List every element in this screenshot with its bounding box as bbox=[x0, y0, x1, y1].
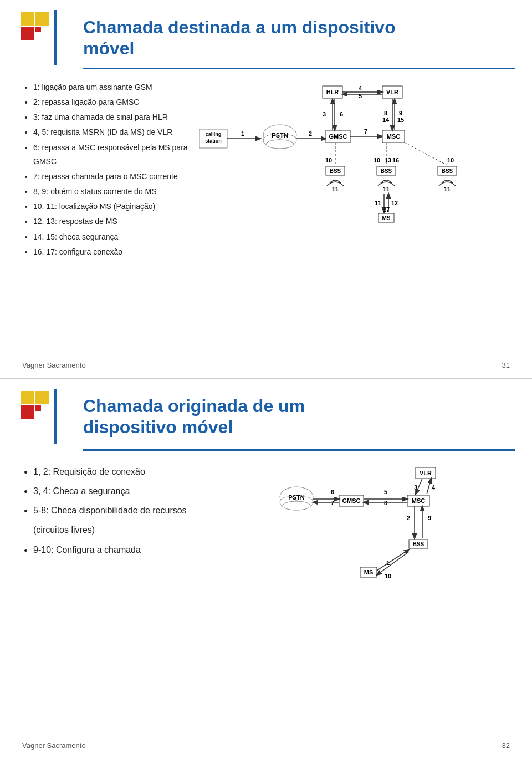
svg-text:10: 10 bbox=[385, 573, 391, 579]
slide2-bullets: 1, 2: Requisição de conexão 3, 4: Checa … bbox=[22, 462, 222, 559]
bullet-11: 16, 17: configura conexão bbox=[33, 245, 188, 259]
bullet-8: 10, 11: localização MS (Paginação) bbox=[33, 200, 188, 213]
svg-rect-66 bbox=[21, 405, 34, 419]
svg-text:MS: MS bbox=[382, 215, 391, 221]
slide1-footer-page: 31 bbox=[502, 361, 510, 369]
slide2-diagram-svg: VLR 3 4 MSC 5 8 GMSC bbox=[238, 462, 482, 617]
slide2-title-wrap: Chamada originada de um dispositivo móve… bbox=[83, 395, 510, 451]
svg-line-56 bbox=[405, 143, 447, 165]
bullet-1: 1: ligação para um assinante GSM bbox=[33, 80, 188, 94]
svg-text:8: 8 bbox=[384, 110, 387, 116]
svg-text:12: 12 bbox=[391, 200, 398, 206]
svg-text:10: 10 bbox=[325, 157, 332, 164]
slide1-footer-author: Vagner Sacramento bbox=[22, 361, 86, 369]
svg-rect-1 bbox=[35, 12, 49, 26]
svg-text:11: 11 bbox=[332, 186, 339, 192]
svg-text:VLR: VLR bbox=[420, 470, 432, 476]
svg-text:6: 6 bbox=[340, 111, 343, 118]
svg-text:station: station bbox=[205, 138, 222, 144]
slide1-title-wrap: Chamada destinada a um dispositivo móvel bbox=[83, 17, 510, 69]
slide2-content: 1, 2: Requisição de conexão 3, 4: Checa … bbox=[22, 462, 510, 617]
slide1-diagram: calling station 1 PSTN 2 GMSC bbox=[200, 80, 510, 258]
svg-text:10: 10 bbox=[447, 157, 454, 164]
svg-text:PSTN: PSTN bbox=[272, 132, 288, 139]
svg-line-102 bbox=[377, 552, 409, 575]
bullet-2: 2: repassa ligação para GMSC bbox=[33, 95, 188, 109]
svg-text:BSS: BSS bbox=[413, 541, 424, 547]
slide2-footer: Vagner Sacramento 32 bbox=[0, 741, 532, 750]
svg-text:10: 10 bbox=[374, 157, 380, 164]
slide2-diagram: VLR 3 4 MSC 5 8 GMSC bbox=[238, 462, 510, 617]
svg-text:GMSC: GMSC bbox=[342, 497, 361, 504]
bullet-9: 12, 13: respostas de MS bbox=[33, 215, 188, 228]
svg-text:MSC: MSC bbox=[412, 497, 426, 504]
svg-rect-2 bbox=[21, 27, 34, 40]
svg-text:4: 4 bbox=[432, 484, 436, 491]
svg-text:BSS: BSS bbox=[381, 168, 392, 174]
slide1-content: 1: ligação para um assinante GSM 2: repa… bbox=[22, 80, 510, 260]
svg-text:BSS: BSS bbox=[442, 168, 453, 174]
svg-point-87 bbox=[283, 501, 310, 510]
svg-text:9: 9 bbox=[399, 110, 402, 116]
slide-1: Chamada destinada a um dispositivo móvel… bbox=[0, 0, 532, 379]
slide2-title-line1: Chamada originada de um bbox=[83, 396, 305, 416]
slide1-title: Chamada destinada a um dispositivo móvel bbox=[83, 17, 510, 59]
svg-text:BSS: BSS bbox=[330, 168, 341, 174]
svg-text:11: 11 bbox=[383, 186, 390, 192]
slide2-title-line2: dispositivo móvel bbox=[83, 417, 233, 437]
slide1-title-line2: móvel bbox=[83, 38, 134, 58]
svg-text:17: 17 bbox=[383, 206, 390, 213]
svg-text:11: 11 bbox=[375, 200, 381, 206]
slide-2: Chamada originada de um dispositivo móve… bbox=[0, 379, 532, 758]
svg-rect-0 bbox=[21, 12, 34, 26]
svg-text:7: 7 bbox=[364, 128, 367, 135]
svg-text:14: 14 bbox=[382, 116, 390, 123]
bullet-3: 3: faz uma chamada de sinal para HLR bbox=[33, 110, 188, 124]
svg-text:16: 16 bbox=[392, 157, 399, 164]
slide1-title-line1: Chamada destinada a um dispositivo bbox=[83, 17, 396, 37]
bullet-5: 6: repassa a MSC responsável pela MS par… bbox=[33, 141, 188, 169]
bullet-7: 8, 9: obtém o status corrente do MS bbox=[33, 185, 188, 199]
s2-bullet-1: 1, 2: Requisição de conexão bbox=[33, 462, 222, 481]
svg-text:9: 9 bbox=[428, 515, 431, 521]
svg-text:PSTN: PSTN bbox=[288, 494, 304, 501]
svg-rect-67 bbox=[35, 405, 41, 411]
bullet-4: 4, 5: requisita MSRN (ID da MS) de VLR bbox=[33, 125, 188, 139]
svg-line-101 bbox=[377, 550, 409, 571]
svg-text:GMSC: GMSC bbox=[329, 133, 347, 140]
svg-text:2: 2 bbox=[407, 515, 410, 521]
logo-decoration-2 bbox=[21, 391, 50, 420]
logo-decoration bbox=[21, 12, 50, 41]
bullet-10: 14, 15: checa segurança bbox=[33, 230, 188, 244]
svg-rect-64 bbox=[21, 391, 34, 404]
svg-text:2: 2 bbox=[309, 130, 312, 137]
svg-text:5: 5 bbox=[359, 93, 362, 99]
svg-text:11: 11 bbox=[444, 186, 451, 192]
slide1-bullets: 1: ligação para um assinante GSM 2: repa… bbox=[22, 80, 188, 260]
slide1-diagram-svg: calling station 1 PSTN 2 GMSC bbox=[200, 80, 488, 258]
svg-line-75 bbox=[427, 479, 431, 494]
slide2-footer-page: 32 bbox=[502, 741, 510, 750]
svg-text:13: 13 bbox=[385, 157, 391, 164]
s2-bullet-2: 3, 4: Checa a segurança bbox=[33, 481, 222, 501]
s2-bullet-3: 5-8: Checa disponibilidade de recursos (… bbox=[33, 501, 222, 540]
svg-text:6: 6 bbox=[331, 489, 334, 495]
s2-bullet-4: 9-10: Configura a chamada bbox=[33, 540, 222, 559]
slide2-title: Chamada originada de um dispositivo móve… bbox=[83, 395, 510, 438]
svg-text:3: 3 bbox=[323, 111, 326, 118]
svg-text:8: 8 bbox=[384, 500, 387, 506]
svg-text:4: 4 bbox=[359, 85, 362, 91]
svg-text:HLR: HLR bbox=[326, 89, 339, 95]
svg-text:VLR: VLR bbox=[386, 89, 398, 95]
title-accent-bar bbox=[54, 10, 57, 65]
svg-text:15: 15 bbox=[397, 116, 404, 123]
svg-rect-65 bbox=[35, 391, 49, 404]
bullet-6: 7: repassa chamada para o MSC corrente bbox=[33, 170, 188, 184]
svg-text:MSC: MSC bbox=[387, 133, 401, 140]
svg-text:5: 5 bbox=[384, 489, 387, 495]
svg-point-12 bbox=[266, 140, 294, 149]
slide2-footer-author: Vagner Sacramento bbox=[22, 741, 86, 750]
svg-text:3: 3 bbox=[414, 484, 417, 491]
svg-rect-3 bbox=[35, 27, 41, 32]
svg-text:1: 1 bbox=[241, 130, 244, 137]
